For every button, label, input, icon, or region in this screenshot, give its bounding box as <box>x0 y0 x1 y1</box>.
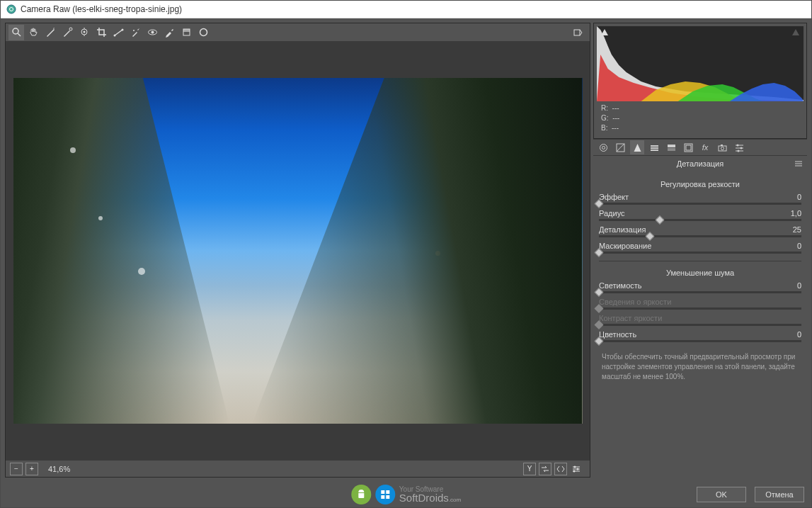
r-value: --- <box>612 104 619 112</box>
svg-line-3 <box>18 33 21 36</box>
luminance-value[interactable]: 0 <box>797 281 801 290</box>
targeted-adjustment-tool-icon[interactable] <box>76 25 92 40</box>
svg-point-2 <box>13 28 18 34</box>
redeye-tool-icon[interactable] <box>144 25 160 40</box>
masking-value[interactable]: 0 <box>797 242 801 250</box>
highlight-clip-warning-icon[interactable] <box>791 28 801 38</box>
tab-hsl-icon[interactable] <box>647 140 661 154</box>
svg-point-4 <box>69 28 72 30</box>
svg-rect-34 <box>686 145 691 150</box>
copy-settings-button[interactable] <box>554 463 567 475</box>
brand-big: SoftDroids <box>399 492 449 504</box>
slider-lum-contrast: Контраст яркости <box>599 314 801 326</box>
preview-toggle-y-button[interactable]: Y <box>523 463 536 475</box>
g-value: --- <box>612 114 619 122</box>
effect-label: Эффект <box>599 193 629 201</box>
svg-point-26 <box>602 146 605 149</box>
svg-point-23 <box>577 468 579 470</box>
svg-rect-32 <box>668 148 675 151</box>
detail-value[interactable]: 25 <box>793 225 801 234</box>
hand-tool-icon[interactable] <box>25 25 41 40</box>
rgb-readout: R: --- G: --- B: --- <box>597 101 804 135</box>
shadow-clip-warning-icon[interactable] <box>600 28 610 38</box>
luminance-slider[interactable] <box>599 291 801 293</box>
lum-contrast-label: Контраст яркости <box>599 314 662 322</box>
r-label: R: <box>601 104 608 112</box>
slider-radius: Радиус1,0 <box>599 209 801 221</box>
radial-filter-tool-icon[interactable] <box>195 25 211 40</box>
zoom-out-button[interactable]: − <box>10 463 23 475</box>
preview-preferences-button[interactable] <box>570 463 583 475</box>
svg-point-6 <box>83 31 85 33</box>
spot-removal-tool-icon[interactable] <box>127 25 143 40</box>
svg-point-11 <box>121 29 123 31</box>
histogram[interactable] <box>597 26 804 101</box>
masking-slider[interactable] <box>599 252 801 254</box>
panel-body: Регулировка резкости Эффект0 Радиус1,0 Д… <box>593 171 807 478</box>
adjustment-brush-tool-icon[interactable] <box>161 25 177 40</box>
main-content: − + 41,6% Y <box>1 18 811 482</box>
effect-value[interactable]: 0 <box>797 193 801 201</box>
color-sampler-tool-icon[interactable] <box>59 25 75 40</box>
app-icon <box>6 4 16 14</box>
ok-button[interactable]: OK <box>697 487 746 502</box>
histogram-panel: R: --- G: --- B: --- <box>593 23 807 139</box>
open-preferences-icon[interactable] <box>570 25 585 40</box>
lum-detail-label: Сведения о яркости <box>599 298 671 306</box>
svg-point-24 <box>573 470 576 472</box>
svg-point-25 <box>600 144 607 151</box>
svg-line-9 <box>115 30 122 35</box>
detail-slider[interactable] <box>599 235 801 237</box>
svg-rect-29 <box>651 147 658 149</box>
left-pane: − + 41,6% Y <box>5 23 590 478</box>
straighten-tool-icon[interactable] <box>110 25 126 40</box>
graduated-filter-tool-icon[interactable] <box>178 25 194 40</box>
title-bar: Camera Raw (les-elki-sneg-tropa-sinie.jp… <box>1 1 811 18</box>
svg-rect-31 <box>668 145 675 147</box>
section-sharpening: Регулировка резкости <box>599 180 801 188</box>
detail-label: Детализация <box>599 225 646 234</box>
zoom-tool-icon[interactable] <box>8 25 24 40</box>
tab-fx-icon[interactable]: fx <box>698 140 712 154</box>
zoom-in-button[interactable]: + <box>25 463 38 475</box>
svg-rect-48 <box>386 490 389 494</box>
svg-point-17 <box>200 29 207 36</box>
swap-before-after-button[interactable] <box>539 463 551 475</box>
svg-point-12 <box>133 30 135 31</box>
tab-basic-icon[interactable] <box>596 140 610 154</box>
crop-tool-icon[interactable] <box>93 25 109 40</box>
svg-rect-30 <box>651 149 658 151</box>
panel-menu-icon[interactable] <box>794 160 803 167</box>
radius-slider[interactable] <box>599 219 801 221</box>
effect-slider[interactable] <box>599 203 801 205</box>
lum-contrast-slider <box>599 324 801 326</box>
tab-split-icon[interactable] <box>664 140 678 154</box>
tab-presets-icon[interactable] <box>732 140 746 154</box>
color-value[interactable]: 0 <box>797 330 801 339</box>
slider-luminance: Светимость0 <box>599 281 801 293</box>
b-value: --- <box>612 124 619 132</box>
slider-detail: Детализация25 <box>599 225 801 237</box>
lum-detail-slider <box>599 307 801 310</box>
tab-lens-icon[interactable] <box>681 140 695 154</box>
slider-color: Цветность0 <box>599 330 801 342</box>
radius-value[interactable]: 1,0 <box>791 209 801 218</box>
radius-label: Радиус <box>599 209 625 218</box>
panel-title-row: Детализация <box>593 156 807 171</box>
color-slider[interactable] <box>599 340 801 342</box>
status-bar: − + 41,6% Y <box>6 460 590 477</box>
svg-rect-28 <box>651 145 658 147</box>
canvas-area[interactable] <box>6 42 590 460</box>
cancel-button[interactable]: Отмена <box>755 487 804 502</box>
tab-detail-icon[interactable] <box>630 140 644 154</box>
svg-point-10 <box>113 35 115 37</box>
preview-image <box>13 78 583 424</box>
tab-camera-icon[interactable] <box>715 140 729 154</box>
white-balance-tool-icon[interactable] <box>42 25 58 40</box>
color-label: Цветность <box>599 330 636 339</box>
tab-curve-icon[interactable] <box>613 140 627 154</box>
zoom-level: 41,6% <box>48 465 70 473</box>
svg-point-14 <box>151 31 154 34</box>
app-window: Camera Raw (les-elki-sneg-tropa-sinie.jp… <box>0 0 812 508</box>
histogram-graph <box>597 26 804 101</box>
